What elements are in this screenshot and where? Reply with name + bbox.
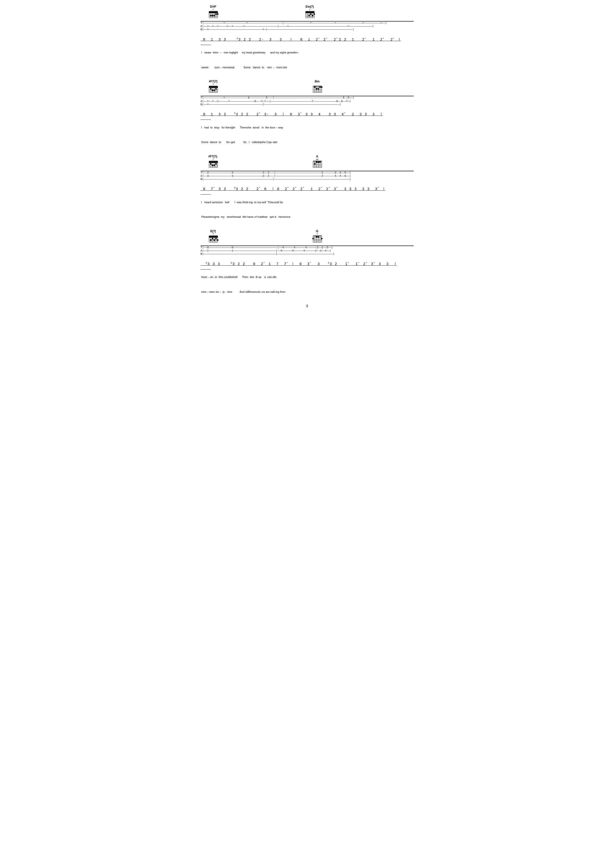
lyrics-1b: sweet sum – mersweat Some dance to rem –…: [201, 60, 413, 75]
tab-staff-2: T|————————————×——————————————9——————————…: [201, 96, 413, 106]
n3-0: 0: [203, 187, 205, 191]
n4-33: 3 3: [379, 262, 389, 266]
note-dot3-1: 2· 3: [259, 38, 272, 42]
note-2i-3: 2̂: [390, 38, 393, 42]
note-222-1: 2̂ 2 2: [334, 38, 347, 42]
n3-2ib: 2̂: [292, 187, 295, 191]
chord-a-name: A: [316, 155, 318, 158]
svg-point-124: [316, 236, 317, 238]
n4-7i: 7̂: [284, 262, 286, 266]
n4-0b: 0: [300, 262, 302, 266]
svg-point-77: [210, 163, 211, 164]
n4-333: 33 3 3: [205, 262, 220, 266]
tab-row-B-4: B|——————————————————————————————————————…: [201, 253, 413, 256]
n4-322b: 33 2: [328, 262, 337, 266]
page-container: D/♯F 7: [201, 5, 413, 308]
n2-3dot: 3· 3: [264, 112, 277, 116]
tab-row-B-2: B|——×—————————————————————————————————|—…: [201, 103, 413, 106]
lyrics-4a: heav – en or this couldbehell Then she i…: [201, 270, 413, 285]
svg-point-45: [210, 88, 211, 90]
svg-point-29: [308, 15, 310, 16]
section-1: D/♯F 7: [201, 5, 413, 75]
tab-row-T-1: T|————————————×—————————————×———————————…: [201, 22, 413, 25]
n2-0b: 0: [290, 112, 292, 116]
svg-point-16: [217, 13, 218, 15]
svg-point-112: [217, 239, 218, 241]
lyrics-2a: I had to stop for thenight Thereshe stoo…: [201, 120, 413, 135]
svg-point-15: [215, 13, 217, 15]
note-1-1: 1: [211, 38, 213, 42]
tab-row-A-1: A|——×——×——×—————×——×——————×—————————————…: [201, 25, 413, 28]
svg-point-30: [310, 13, 312, 15]
note-2i-1: 2̂: [362, 38, 365, 42]
chord-diagram-f7-3: ♯F7(7). 7: [208, 155, 218, 168]
svg-point-125: [317, 236, 319, 238]
n2-2: 2: [352, 112, 354, 116]
n3-33: 3 3: [218, 187, 226, 191]
n4-2i: 2̂: [261, 262, 263, 266]
tab-row-A-3: A|——3——————————————3——————————————————2—…: [201, 175, 413, 178]
chord-g-grid: [312, 236, 322, 243]
svg-point-32: [314, 13, 315, 15]
n2-3i: 3̂: [298, 112, 300, 116]
svg-point-80: [215, 163, 217, 164]
note-0-1: 0: [203, 38, 205, 42]
tab-row-T-4: T|——0——————————————0————————————————————…: [201, 246, 413, 249]
notation-4: 33 3 3 33 2 2 0 2̂ 1 7 7̂ | 0 3̂ 3 33 2 …: [201, 258, 413, 270]
svg-point-62: [317, 88, 319, 90]
chord-diagram-f7-2: ♯F7(7) 7: [208, 80, 218, 93]
svg-point-31: [312, 15, 313, 16]
n4-1ib: 1̂: [355, 262, 358, 266]
svg-rect-107: [209, 236, 218, 238]
n3-333: 3 3 3: [344, 187, 357, 191]
svg-point-94: [319, 161, 321, 163]
svg-point-47: [213, 90, 215, 91]
svg-point-60: [314, 86, 316, 88]
note-3-1: 3: [280, 38, 282, 42]
n4-0: 0: [253, 262, 256, 266]
svg-point-14: [213, 15, 215, 16]
svg-rect-44: [209, 87, 218, 88]
section-2: ♯F7(7) 7: [201, 80, 413, 149]
svg-point-12: [210, 15, 211, 16]
chord-df-grid: [208, 11, 218, 18]
n4-3i: 3̂: [307, 262, 310, 266]
chord-df-fret: 7: [213, 8, 214, 11]
tab-row-T-3: T|——2——————————————3——————————————————2—…: [201, 171, 413, 175]
tab-staff-1: T|————————————×—————————————×———————————…: [201, 21, 413, 31]
chord-em7-fret: 7: [309, 8, 310, 11]
notation-2: 0 1 3 3 33 2 2 2̂ 3· 3 | 0 3̂ 3 3 4 3 3 …: [201, 108, 413, 120]
chord-em7-grid: [305, 11, 315, 18]
note-i-1: i: [308, 38, 310, 42]
n4-3ib: 3̂: [371, 262, 373, 266]
n4-322: 33 2 2: [231, 262, 245, 266]
chord-e7-fret: 7: [213, 233, 214, 236]
svg-point-93: [317, 161, 319, 163]
chord-g-name: G: [316, 229, 318, 233]
n3-3i: 3̂: [334, 187, 336, 191]
n3-3if: 3̂: [375, 187, 378, 191]
n4-1: 1: [269, 262, 271, 266]
tab-staff-4: T|——0——————————————0————————————————————…: [201, 245, 413, 256]
n2-322: 33 2 2: [234, 112, 249, 116]
chord-diagram-df: D/♯F 7: [208, 5, 218, 18]
n3-2id: 2̂: [318, 187, 321, 191]
tab-row-A-2: A|——×——×——×——————×———————————————6———7—7…: [201, 100, 413, 103]
note-322-1: 33 2 2: [236, 38, 251, 42]
notation-1: 0 1 3 3 33 2 2 2· 3 3 | 0 i 2̂ 2̂ 2̂ 2 2…: [201, 33, 413, 45]
section-4: E(7) 7: [201, 229, 413, 299]
chord-f7-3-name: ♯F7(7).: [208, 155, 218, 158]
svg-point-108: [210, 239, 211, 241]
n2-33c: 3 3: [329, 112, 336, 116]
svg-point-79: [213, 164, 215, 166]
svg-point-46: [212, 90, 213, 91]
svg-point-61: [316, 88, 317, 90]
n3-2i: 2̂: [256, 187, 259, 191]
n2-4b: 4̂: [342, 112, 344, 116]
n2-33: 3 3: [218, 112, 226, 116]
note-1-2: 1: [352, 38, 354, 42]
note-33-1: 3 3: [218, 38, 226, 42]
chord-diagram-em7: Em(7) 7: [305, 5, 315, 18]
svg-point-110: [213, 239, 215, 241]
n3-2ic: 2̂: [300, 187, 303, 191]
